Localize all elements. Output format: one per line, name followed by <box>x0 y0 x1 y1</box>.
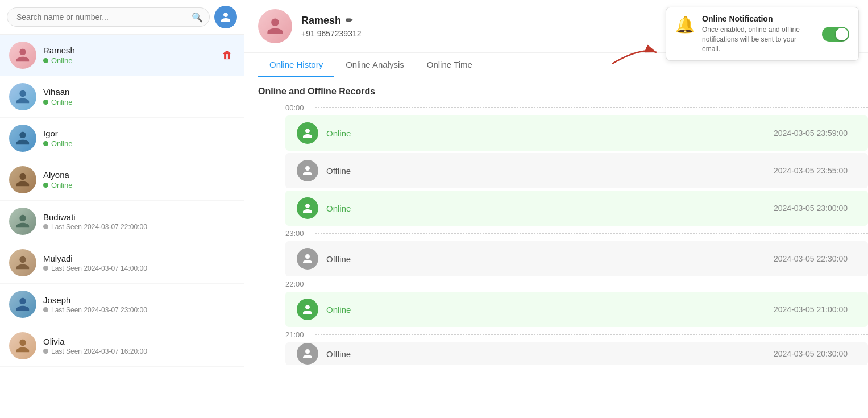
time-label-0000: 00:00 <box>285 104 309 112</box>
sidebar: 🔍 Ramesh Online 🗑 <box>0 0 244 418</box>
contact-item-igor[interactable]: Igor Online 🗑 <box>0 118 244 159</box>
avatar-ramesh <box>9 42 36 69</box>
status-dot-mulyadi <box>43 266 48 271</box>
contact-info-alyona: Alyona Online <box>43 170 235 189</box>
divider-line-2200 <box>315 284 868 284</box>
record-row-5: Offline 2024-03-05 20:30:00 <box>285 342 868 365</box>
offline-icon-3 <box>297 248 318 270</box>
time-label-2300: 23:00 <box>285 229 309 238</box>
avatar-mulyadi <box>9 249 36 276</box>
add-contact-button[interactable] <box>214 6 237 28</box>
search-bar: 🔍 <box>0 0 244 35</box>
records-column: 00:00 Online 2024-03-05 23:59:00 <box>285 104 868 367</box>
notification-description: Once enabled, online and offline notific… <box>702 25 815 53</box>
record-label-5: Offline <box>326 349 766 359</box>
contact-info-ramesh: Ramesh Online <box>43 45 213 65</box>
online-icon-4 <box>297 299 318 320</box>
contact-info-joseph: Joseph Last Seen 2024-03-07 23:00:00 <box>43 295 235 314</box>
record-time-4: 2024-03-05 21:00:00 <box>774 305 848 314</box>
contact-name-vihaan: Vihaan <box>43 87 235 97</box>
contact-item-vihaan[interactable]: Vihaan Online 🗑 <box>0 76 244 118</box>
time-divider-2200: 22:00 <box>285 280 868 288</box>
record-row-4: Online 2024-03-05 21:00:00 <box>285 292 868 327</box>
record-time-0: 2024-03-05 23:59:00 <box>774 129 848 138</box>
timeline: 00:00 Online 2024-03-05 23:59:00 <box>244 104 868 367</box>
search-wrapper: 🔍 <box>7 7 210 27</box>
contact-name-ramesh: Ramesh <box>43 45 213 55</box>
time-label-2200: 22:00 <box>285 280 309 288</box>
notification-text: Online Notification Once enabled, online… <box>702 14 815 53</box>
bell-icon: 🔔 <box>675 15 695 34</box>
contact-status-mulyadi: Last Seen 2024-03-07 14:00:00 <box>43 264 235 272</box>
contact-status-budiwati: Last Seen 2024-03-07 22:00:00 <box>43 223 235 231</box>
edit-name-icon[interactable]: ✏ <box>346 15 353 26</box>
notification-title: Online Notification <box>702 14 815 23</box>
main-content: Ramesh ✏ +91 9657239312 🔔 Online Notific… <box>244 0 868 418</box>
contact-item-mulyadi[interactable]: Mulyadi Last Seen 2024-03-07 14:00:00 🗑 <box>0 242 244 284</box>
record-label-0: Online <box>326 129 766 138</box>
delete-ramesh-button[interactable]: 🗑 <box>220 47 235 64</box>
contact-item-budiwati[interactable]: Budiwati Last Seen 2024-03-07 22:00:00 🗑 <box>0 201 244 242</box>
status-dot-joseph <box>43 307 48 312</box>
record-time-1: 2024-03-05 23:55:00 <box>774 166 848 175</box>
time-divider-2300: 23:00 <box>285 229 868 238</box>
contact-header: Ramesh ✏ +91 9657239312 🔔 Online Notific… <box>244 0 868 53</box>
contact-name-mulyadi: Mulyadi <box>43 254 235 263</box>
contact-name-joseph: Joseph <box>43 295 235 305</box>
records-area: Online and Offline Records 00:00 Online <box>244 77 868 418</box>
contact-list: Ramesh Online 🗑 Vihaan Online 🗑 <box>0 35 244 418</box>
divider-line-2100 <box>315 334 868 335</box>
time-labels-column <box>254 104 285 367</box>
online-icon-0 <box>297 122 318 144</box>
contact-status-ramesh: Online <box>43 56 213 65</box>
avatar-olivia <box>9 332 36 359</box>
status-dot-alyona <box>43 183 48 188</box>
status-dot-vihaan <box>43 100 48 105</box>
contact-item-ramesh[interactable]: Ramesh Online 🗑 <box>0 35 244 76</box>
records-title: Online and Offline Records <box>244 77 868 104</box>
offline-icon-5 <box>297 343 318 365</box>
online-icon-2 <box>297 197 318 219</box>
record-time-2: 2024-03-05 23:00:00 <box>774 204 848 213</box>
divider-line-0000 <box>315 107 868 108</box>
contact-status-joseph: Last Seen 2024-03-07 23:00:00 <box>43 306 235 314</box>
contact-info-budiwati: Budiwati Last Seen 2024-03-07 22:00:00 <box>43 212 235 231</box>
contact-info-vihaan: Vihaan Online <box>43 87 235 106</box>
header-avatar <box>258 9 292 43</box>
record-row-0: Online 2024-03-05 23:59:00 <box>285 115 868 151</box>
contact-item-alyona[interactable]: Alyona Online 🗑 <box>0 159 244 201</box>
contact-info-olivia: Olivia Last Seen 2024-03-07 16:20:00 <box>43 337 235 355</box>
offline-icon-1 <box>297 160 318 181</box>
record-label-1: Offline <box>326 166 766 176</box>
record-row-2: Online 2024-03-05 23:00:00 <box>285 191 868 226</box>
notification-toggle[interactable] <box>822 27 849 42</box>
divider-line-2300 <box>315 233 868 234</box>
tab-online-analysis[interactable]: Online Analysis <box>334 53 416 77</box>
time-divider-2100: 21:00 <box>285 330 868 339</box>
tab-online-time[interactable]: Online Time <box>416 53 484 77</box>
status-dot-budiwati <box>43 224 48 229</box>
tab-online-history[interactable]: Online History <box>258 53 334 77</box>
avatar-alyona <box>9 166 36 193</box>
contact-status-alyona: Online <box>43 181 235 189</box>
record-time-3: 2024-03-05 22:30:00 <box>774 254 848 263</box>
record-row-3: Offline 2024-03-05 22:30:00 <box>285 241 868 276</box>
avatar-joseph <box>9 291 36 318</box>
status-dot-olivia <box>43 349 48 354</box>
contact-name-olivia: Olivia <box>43 337 235 346</box>
search-input[interactable] <box>7 7 210 27</box>
search-icon: 🔍 <box>192 12 203 23</box>
avatar-igor <box>9 125 36 152</box>
record-label-3: Offline <box>326 254 766 264</box>
contact-name-igor: Igor <box>43 129 235 138</box>
record-time-5: 2024-03-05 20:30:00 <box>774 349 848 358</box>
contact-item-joseph[interactable]: Joseph Last Seen 2024-03-07 23:00:00 🗑 <box>0 284 244 325</box>
record-label-4: Online <box>326 305 766 314</box>
contact-info-mulyadi: Mulyadi Last Seen 2024-03-07 14:00:00 <box>43 254 235 272</box>
notification-panel: 🔔 Online Notification Once enabled, onli… <box>666 7 859 61</box>
contact-name-alyona: Alyona <box>43 170 235 180</box>
time-divider-0000: 00:00 <box>285 104 868 112</box>
avatar-vihaan <box>9 83 36 110</box>
contact-item-olivia[interactable]: Olivia Last Seen 2024-03-07 16:20:00 🗑 <box>0 325 244 367</box>
contact-info-igor: Igor Online <box>43 129 235 148</box>
